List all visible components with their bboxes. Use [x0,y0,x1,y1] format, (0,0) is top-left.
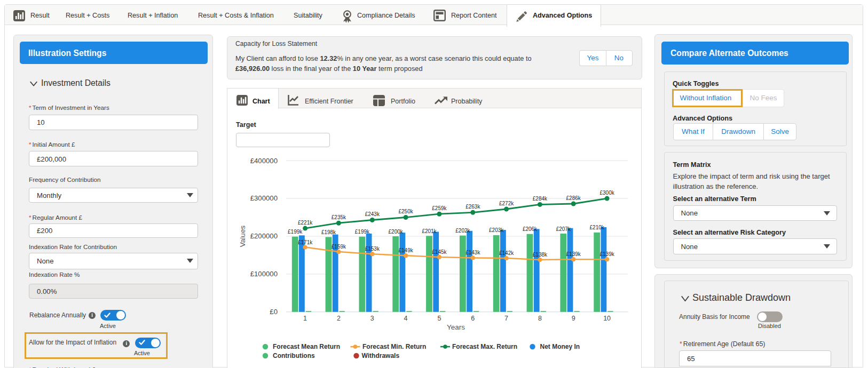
svg-text:£142k: £142k [499,250,514,256]
svg-text:£300000: £300000 [250,194,278,202]
svg-text:£143k: £143k [465,250,480,255]
svg-text:Withdrawals: Withdrawals [362,352,400,359]
svg-text:£259k: £259k [432,205,447,211]
svg-text:£400000: £400000 [250,157,278,165]
svg-text:Forecast Min. Return: Forecast Min. Return [362,343,426,350]
svg-text:£199k: £199k [288,229,303,235]
svg-text:£243k: £243k [365,211,380,217]
svg-text:£202k: £202k [455,228,470,234]
svg-text:8: 8 [538,315,542,322]
svg-text:£201k: £201k [422,228,437,234]
svg-text:£145k: £145k [432,249,447,255]
svg-text:£149k: £149k [398,247,413,253]
svg-text:2: 2 [337,315,341,322]
svg-text:£203k: £203k [489,227,504,233]
svg-text:£0: £0 [270,308,278,316]
svg-text:£171k: £171k [298,239,313,245]
svg-text:£199k: £199k [355,229,370,235]
svg-text:£284k: £284k [533,196,548,202]
svg-text:£159k: £159k [332,244,346,250]
svg-text:1: 1 [303,315,307,322]
svg-text:£210k: £210k [590,225,605,230]
svg-text:Net Money In: Net Money In [540,343,580,350]
svg-text:£300k: £300k [599,190,614,196]
svg-text:£235k: £235k [332,214,346,220]
svg-text:£250k: £250k [398,209,413,214]
svg-text:£200k: £200k [389,229,404,235]
svg-text:£221k: £221k [298,220,313,226]
svg-text:Forecast Mean Return: Forecast Mean Return [273,343,340,350]
svg-text:£263k: £263k [465,204,480,210]
svg-text:£100000: £100000 [250,270,278,278]
svg-text:£286k: £286k [566,195,581,201]
svg-text:7: 7 [504,315,508,322]
svg-text:£206k: £206k [523,226,538,232]
svg-text:£138k: £138k [533,252,548,258]
svg-text:Contributions: Contributions [273,352,315,359]
svg-text:4: 4 [404,315,408,322]
svg-text:6: 6 [471,315,475,322]
svg-text:£198k: £198k [321,229,336,235]
svg-text:Forecast Max. Return: Forecast Max. Return [452,343,517,350]
svg-text:£200000: £200000 [250,232,278,240]
svg-text:£139k: £139k [599,251,614,257]
svg-text:£139k: £139k [566,251,581,257]
svg-text:5: 5 [437,315,441,322]
svg-text:Values: Values [239,226,247,247]
svg-text:Years: Years [447,323,465,331]
svg-text:10: 10 [603,315,611,322]
svg-text:3: 3 [370,315,374,322]
svg-text:£153k: £153k [365,246,380,252]
svg-text:£207k: £207k [556,226,571,232]
svg-text:9: 9 [572,315,575,322]
svg-text:£272k: £272k [499,201,514,206]
